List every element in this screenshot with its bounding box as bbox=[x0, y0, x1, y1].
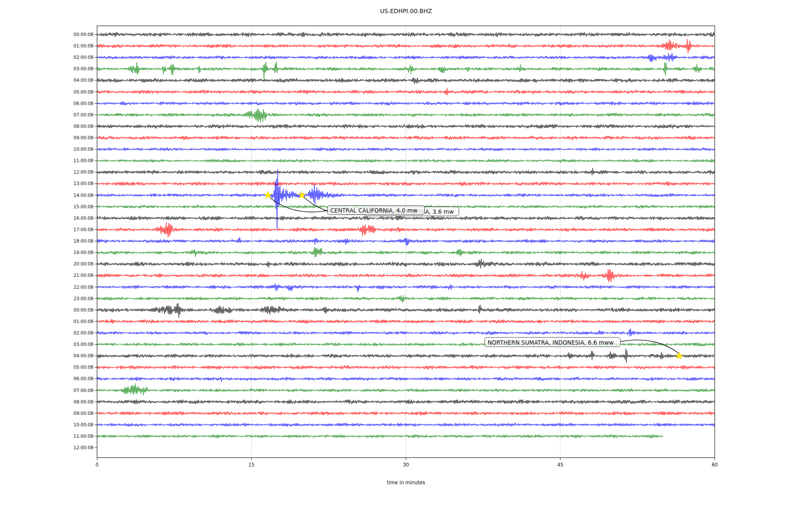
y-axis-label: 19:00:08 bbox=[74, 250, 93, 255]
y-axis-label: 01:00:08 bbox=[74, 319, 93, 324]
trace-row bbox=[97, 259, 715, 268]
annotation-label: CENTRAL CALIFORNIA, 4.0 mw bbox=[330, 207, 417, 214]
event-star-icon bbox=[675, 352, 683, 359]
y-axis-label: 11:00:08 bbox=[74, 158, 93, 163]
y-axis-label: 00:00:08 bbox=[74, 307, 93, 312]
y-axis-label: 10:00:08 bbox=[74, 422, 93, 427]
y-axis-label: 16:00:08 bbox=[74, 215, 93, 221]
x-axis-tick-marks bbox=[97, 458, 715, 460]
y-axis-label: 07:00:08 bbox=[74, 112, 93, 117]
y-axis-label: 21:00:08 bbox=[74, 273, 93, 278]
trace-row bbox=[97, 295, 715, 302]
annotation-label: NORTHERN SUMATRA, INDONESIA, 6.6 mww bbox=[488, 339, 614, 346]
trace-row bbox=[97, 342, 715, 346]
event-star-icon bbox=[264, 191, 272, 199]
trace-row bbox=[97, 349, 715, 362]
y-axis-label: 12:00:08 bbox=[74, 169, 93, 174]
y-axis-label: 09:00:08 bbox=[74, 135, 93, 140]
y-axis-label: 07:00:08 bbox=[74, 388, 93, 393]
y-axis-label: 00:00:08 bbox=[74, 32, 93, 37]
trace-row bbox=[97, 365, 715, 370]
y-axis-label: 08:00:08 bbox=[74, 124, 93, 129]
y-axis-label: 06:00:08 bbox=[74, 101, 93, 106]
y-axis-label: 05:00:08 bbox=[74, 89, 93, 94]
y-axis-label: 03:00:08 bbox=[74, 342, 93, 347]
trace-row bbox=[97, 435, 663, 438]
x-tick-label: 15 bbox=[248, 462, 255, 468]
y-axis-label: 22:00:08 bbox=[74, 284, 93, 290]
x-tick-label: 30 bbox=[403, 462, 409, 468]
y-axis-label: 14:00:08 bbox=[74, 193, 93, 198]
traces bbox=[97, 32, 715, 438]
y-axis-label: 05:00:08 bbox=[74, 364, 93, 370]
x-tick-label: 60 bbox=[712, 462, 718, 468]
y-axis-label: 15:00:08 bbox=[74, 204, 93, 209]
trace-row bbox=[97, 411, 715, 416]
x-axis-title: time in minutes bbox=[387, 480, 425, 486]
y-axis-label: 13:00:08 bbox=[74, 181, 93, 186]
y-axis-label: 06:00:08 bbox=[74, 376, 93, 381]
y-axis-label: 12:00:08 bbox=[74, 445, 93, 450]
trace-row bbox=[97, 377, 715, 382]
x-tick-label: 45 bbox=[557, 462, 564, 468]
trace-row bbox=[97, 159, 715, 163]
x-tick-label: 0 bbox=[96, 462, 99, 468]
trace-row bbox=[97, 222, 715, 237]
y-axis-label: 10:00:08 bbox=[74, 146, 93, 152]
y-axis-label: 09:00:08 bbox=[74, 411, 93, 416]
trace-row bbox=[97, 168, 715, 175]
y-axis-label: 18:00:08 bbox=[74, 238, 93, 243]
y-axis-label: 20:00:08 bbox=[74, 261, 93, 266]
y-axis-label: 23:00:08 bbox=[74, 296, 93, 301]
x-axis-labels: 015304560 bbox=[96, 462, 718, 468]
callout-curve-northern-sumatra bbox=[620, 340, 681, 356]
chart-title: US.EDHPI.00.BHZ bbox=[380, 8, 432, 14]
annotation-central-california-4-0: CENTRAL CALIFORNIA, 4.0 mw bbox=[328, 206, 425, 215]
trace-row bbox=[97, 319, 715, 323]
helicorder-plot: 00:00:0801:00:0802:00:0803:00:0804:00:08… bbox=[0, 0, 812, 508]
y-axis-label: 03:00:08 bbox=[74, 66, 93, 71]
y-axis-label: 17:00:08 bbox=[74, 227, 93, 232]
y-axis-label: 08:00:08 bbox=[74, 399, 93, 404]
trace-row bbox=[97, 248, 715, 257]
y-axis-labels: 00:00:0801:00:0802:00:0803:00:0804:00:08… bbox=[74, 32, 93, 450]
y-axis-label: 04:00:08 bbox=[74, 353, 93, 358]
y-axis-label: 04:00:08 bbox=[74, 77, 93, 83]
y-axis-label: 02:00:08 bbox=[74, 330, 93, 335]
trace-row bbox=[97, 329, 715, 337]
y-axis-tick-marks bbox=[95, 35, 97, 448]
helicorder-figure: 00:00:0801:00:0802:00:0803:00:0804:00:08… bbox=[0, 0, 812, 508]
trace-row bbox=[97, 283, 715, 292]
trace-row bbox=[97, 216, 715, 220]
y-axis-label: 02:00:08 bbox=[74, 55, 93, 60]
y-axis-label: 01:00:08 bbox=[74, 43, 93, 48]
y-axis-label: 11:00:08 bbox=[74, 433, 93, 439]
annotation-northern-sumatra: NORTHERN SUMATRA, INDONESIA, 6.6 mww bbox=[485, 337, 620, 347]
